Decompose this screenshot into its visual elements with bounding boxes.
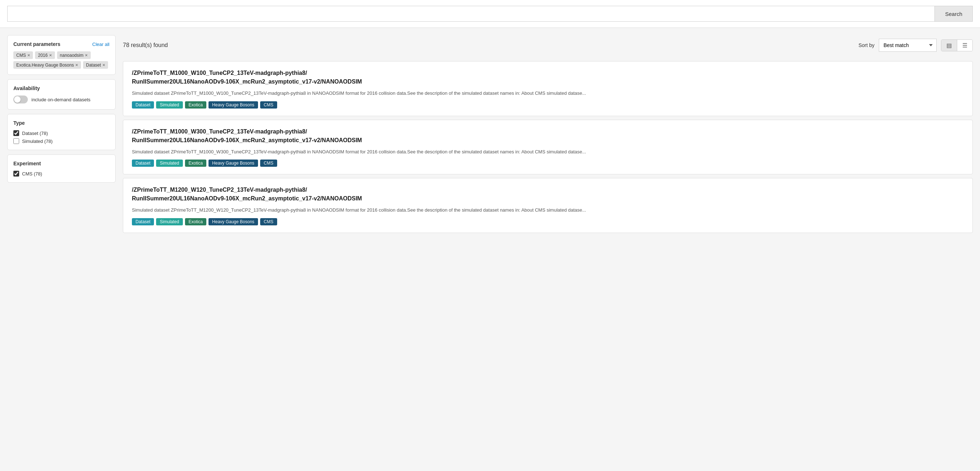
type-option-1: Simulated (78) (13, 138, 110, 144)
toggle-slider (13, 96, 28, 104)
current-params-title: Current parameters (13, 41, 60, 47)
experiment-option-label-0: CMS (78) (22, 171, 42, 177)
result-tag-0-0[interactable]: Dataset (132, 101, 154, 109)
result-tags-2: DatasetSimulatedExoticaHeavy Gauge Boson… (132, 218, 964, 225)
result-tag-2-2[interactable]: Exotica (185, 218, 206, 225)
tag-label: Dataset (86, 62, 101, 68)
type-checkbox-1[interactable] (13, 138, 19, 144)
main-layout: Current parameters Clear all CMS×2016×na… (0, 28, 980, 244)
tag-remove-tag-dataset[interactable]: × (102, 62, 105, 68)
result-card-2: /ZPrimeToTT_M1200_W120_TuneCP2_13TeV-mad… (123, 178, 973, 233)
list-view-button[interactable]: ☰ (957, 40, 972, 51)
type-options: Dataset (78)Simulated (78) (13, 130, 110, 144)
tag-label: CMS (16, 53, 26, 58)
result-tag-2-1[interactable]: Simulated (156, 218, 183, 225)
tag-label: 2016 (38, 53, 48, 58)
result-list: /ZPrimeToTT_M1000_W100_TuneCP2_13TeV-mad… (123, 61, 973, 233)
results-header: 78 result(s) found Sort by Best matchTit… (123, 35, 973, 55)
tag-remove-tag-nanoaodsim[interactable]: × (85, 53, 88, 58)
tag-remove-tag-exotica[interactable]: × (75, 62, 78, 68)
result-tag-0-3[interactable]: Heavy Gauge Bosons (208, 101, 258, 109)
clear-all-button[interactable]: Clear all (92, 42, 110, 47)
availability-toggle[interactable] (13, 96, 28, 104)
results-area: 78 result(s) found Sort by Best matchTit… (123, 35, 973, 236)
grid-icon: ▤ (947, 42, 952, 48)
list-icon: ☰ (962, 42, 967, 48)
active-tag-tag-2016: 2016× (35, 51, 54, 59)
sort-controls: Sort by Best matchTitleDate ▤ ☰ (859, 39, 973, 52)
current-params-header: Current parameters Clear all (13, 41, 110, 47)
active-tag-tag-cms: CMS× (13, 51, 33, 59)
sort-label: Sort by (859, 42, 875, 48)
result-tag-0-1[interactable]: Simulated (156, 101, 183, 109)
active-tag-tag-dataset: Dataset× (83, 61, 108, 69)
type-option-label-0: Dataset (78) (22, 131, 48, 136)
tag-label: nanoaodsim (60, 53, 83, 58)
search-input[interactable]: ZprimeToTT* (7, 6, 934, 22)
result-tags-0: DatasetSimulatedExoticaHeavy Gauge Boson… (132, 101, 964, 109)
result-tag-1-1[interactable]: Simulated (156, 160, 183, 167)
result-card-1: /ZPrimeToTT_M1000_W300_TuneCP2_13TeV-mad… (123, 120, 973, 175)
result-title-0[interactable]: /ZPrimeToTT_M1000_W100_TuneCP2_13TeV-mad… (132, 69, 964, 86)
availability-title: Availability (13, 85, 110, 91)
active-tag-tag-exotica: Exotica.Heavy Gauge Bosons× (13, 61, 81, 69)
result-description-0: Simulated dataset ZPrimeToTT_M1000_W100_… (132, 90, 964, 97)
type-checkbox-0[interactable] (13, 130, 19, 136)
result-card-0: /ZPrimeToTT_M1000_W100_TuneCP2_13TeV-mad… (123, 61, 973, 116)
result-description-2: Simulated dataset ZPrimeToTT_M1200_W120_… (132, 206, 964, 214)
result-tag-2-4[interactable]: CMS (260, 218, 277, 225)
active-tag-tag-nanoaodsim: nanoaodsim× (57, 51, 91, 59)
result-tags-1: DatasetSimulatedExoticaHeavy Gauge Boson… (132, 160, 964, 167)
experiment-checkbox-0[interactable] (13, 171, 19, 177)
search-bar: ZprimeToTT* Search (0, 0, 980, 28)
type-title: Type (13, 120, 110, 126)
type-option-label-1: Simulated (78) (22, 139, 53, 144)
availability-toggle-label: include on-demand datasets (32, 97, 90, 102)
result-tag-2-0[interactable]: Dataset (132, 218, 154, 225)
experiment-section: Experiment CMS (78) (7, 155, 116, 183)
grid-view-button[interactable]: ▤ (941, 40, 957, 51)
experiment-option-0: CMS (78) (13, 171, 110, 177)
experiment-options: CMS (78) (13, 171, 110, 177)
availability-section: Availability include on-demand datasets (7, 79, 116, 110)
results-count: 78 result(s) found (123, 42, 168, 48)
result-tag-2-3[interactable]: Heavy Gauge Bosons (208, 218, 258, 225)
view-toggle-group: ▤ ☰ (941, 40, 973, 51)
result-title-2[interactable]: /ZPrimeToTT_M1200_W120_TuneCP2_13TeV-mad… (132, 185, 964, 203)
result-tag-1-0[interactable]: Dataset (132, 160, 154, 167)
tag-remove-tag-cms[interactable]: × (27, 53, 30, 58)
active-tags: CMS×2016×nanoaodsim×Exotica.Heavy Gauge … (13, 51, 110, 69)
result-tag-1-4[interactable]: CMS (260, 160, 277, 167)
result-tag-1-2[interactable]: Exotica (185, 160, 206, 167)
sidebar: Current parameters Clear all CMS×2016×na… (7, 35, 116, 236)
experiment-title: Experiment (13, 161, 110, 166)
result-description-1: Simulated dataset ZPrimeToTT_M1000_W300_… (132, 148, 964, 156)
tag-label: Exotica.Heavy Gauge Bosons (16, 62, 74, 68)
result-tag-1-3[interactable]: Heavy Gauge Bosons (208, 160, 258, 167)
result-tag-0-2[interactable]: Exotica (185, 101, 206, 109)
result-tag-0-4[interactable]: CMS (260, 101, 277, 109)
availability-toggle-row: include on-demand datasets (13, 96, 110, 104)
search-button[interactable]: Search (934, 6, 973, 22)
current-params-section: Current parameters Clear all CMS×2016×na… (7, 35, 116, 75)
sort-select[interactable]: Best matchTitleDate (879, 39, 937, 52)
type-option-0: Dataset (78) (13, 130, 110, 136)
result-title-1[interactable]: /ZPrimeToTT_M1000_W300_TuneCP2_13TeV-mad… (132, 127, 964, 145)
tag-remove-tag-2016[interactable]: × (49, 53, 52, 58)
type-section: Type Dataset (78)Simulated (78) (7, 114, 116, 150)
